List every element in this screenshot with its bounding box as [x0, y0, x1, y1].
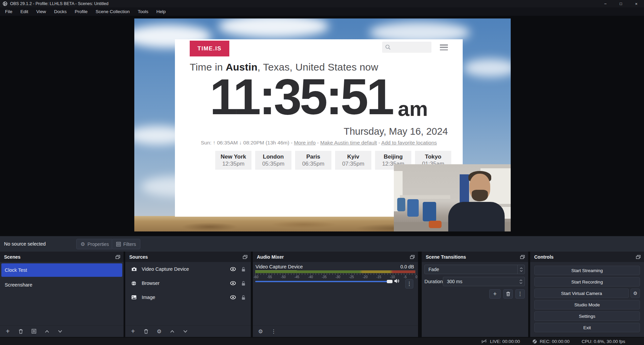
status-bar: LIVE: 00:00:00 REC: 00:00:00 CPU: 0.6%, … [0, 338, 644, 345]
add-source-button[interactable]: + [130, 328, 136, 335]
unlock-icon[interactable] [241, 281, 245, 286]
popout-icon[interactable] [410, 255, 415, 259]
menu-edit[interactable]: Edit [16, 7, 32, 16]
properties-button[interactable]: ⚙ Properties [76, 239, 113, 249]
kebab-icon: ⋮ [271, 328, 276, 335]
transitions-title: Scene Transitions [426, 254, 466, 260]
duration-spin-arrows[interactable] [517, 277, 524, 286]
program-preview[interactable]: TIME.IS Time in Austin, Texas, United St… [134, 18, 511, 231]
menu-scene-collection[interactable]: Scene Collection [92, 7, 134, 16]
move-source-up-button[interactable] [169, 330, 175, 333]
clock-meridiem: am [398, 98, 428, 119]
add-scene-button[interactable]: + [5, 328, 11, 335]
studio-mode-button[interactable]: Studio Mode [534, 300, 640, 309]
source-label: Video Capture Device [142, 266, 230, 272]
source-row-image[interactable]: Image [125, 290, 251, 304]
city-name: New York [221, 154, 246, 160]
unlock-icon[interactable] [241, 267, 245, 272]
menu-help[interactable]: Help [152, 7, 170, 16]
sources-toolbar: + ⚙ [125, 325, 251, 337]
add-transition-button[interactable]: + [489, 289, 501, 299]
maximize-button[interactable]: □ [613, 0, 629, 7]
eye-visible-icon[interactable] [230, 295, 236, 299]
kebab-icon: ⋮ [407, 281, 412, 287]
tick-label: -5 [404, 275, 407, 279]
city-name: Paris [306, 154, 320, 160]
sources-dock-header[interactable]: Sources [125, 252, 251, 262]
menu-tools[interactable]: Tools [134, 7, 152, 16]
duration-spinbox[interactable]: 300 ms [443, 277, 525, 286]
advanced-audio-button[interactable]: ⚙ [258, 328, 264, 335]
sun-times: Sun: ↑ 06:35AM ↓ 08:20PM (13h 46m) - [201, 140, 294, 145]
transition-select[interactable]: Fade [424, 265, 525, 274]
transitions-dock-header[interactable]: Scene Transitions [422, 252, 528, 262]
move-scene-down-button[interactable] [57, 330, 63, 333]
menu-bar: File Edit View Docks Profile Scene Colle… [0, 7, 644, 16]
controls-dock: Controls Start Streaming Start Recording… [530, 252, 644, 337]
city-name: Beijing [384, 154, 403, 160]
controls-dock-header[interactable]: Controls [530, 252, 644, 262]
mixer-menu-button[interactable]: ⋮ [271, 328, 277, 335]
meter-ticks [255, 273, 415, 275]
transition-select-arrows[interactable] [517, 265, 524, 274]
move-source-down-button[interactable] [182, 330, 188, 333]
popout-icon[interactable] [636, 255, 641, 259]
menu-view[interactable]: View [32, 7, 50, 16]
source-properties-button[interactable]: ⚙ [156, 328, 162, 335]
search-icon [385, 44, 391, 50]
chevron-down-icon [520, 270, 523, 272]
tick-label: -25 [349, 275, 354, 279]
menu-file[interactable]: File [1, 7, 16, 16]
tick-label: -60 [254, 275, 258, 279]
cpu-fps-stats: CPU: 0.6%, 30.00 fps [582, 339, 625, 344]
transition-options-button[interactable]: ⋮ [515, 289, 525, 299]
popout-icon[interactable] [243, 255, 247, 259]
audio-mixer-dock-header[interactable]: Audio Mixer [253, 252, 418, 262]
eye-visible-icon[interactable] [230, 281, 236, 285]
remove-transition-button[interactable] [503, 289, 513, 299]
source-row-video-capture[interactable]: Video Capture Device [125, 262, 251, 276]
window-title: OBS 29.1.2 - Profile: LLHLS BETA - Scene… [10, 1, 108, 6]
blue-banner [460, 174, 469, 205]
menu-profile[interactable]: Profile [71, 7, 92, 16]
source-row-browser[interactable]: Browser [125, 276, 251, 290]
hamburger-menu-icon [440, 44, 448, 50]
office-chair [397, 198, 405, 211]
controls-title: Controls [534, 254, 554, 260]
eye-visible-icon[interactable] [230, 267, 236, 271]
scene-item-screenshare[interactable]: Screenshare [1, 278, 122, 292]
chevron-up-icon [519, 279, 522, 281]
remove-scene-button[interactable] [18, 329, 24, 334]
popout-icon[interactable] [520, 255, 525, 259]
minimize-button[interactable]: − [598, 0, 613, 7]
dock-area: Scenes Clock Test Screenshare + [0, 252, 644, 338]
start-virtual-camera-button[interactable]: Start Virtual Camera [534, 289, 629, 298]
cloud [218, 18, 329, 38]
gear-icon: ⚙ [81, 242, 85, 247]
scene-item-clock-test[interactable]: Clock Test [1, 263, 122, 277]
mixer-options-button[interactable]: ⋮ [405, 279, 413, 289]
settings-button[interactable]: Settings [534, 311, 640, 321]
volume-slider[interactable] [255, 281, 392, 282]
chevron-up-icon [520, 267, 523, 269]
move-scene-up-button[interactable] [44, 330, 50, 333]
menu-docks[interactable]: Docks [50, 7, 71, 16]
duration-value: 300 ms [443, 279, 517, 284]
speaker-icon[interactable] [394, 278, 400, 284]
start-recording-button[interactable]: Start Recording [534, 277, 640, 287]
remove-source-button[interactable] [143, 329, 149, 334]
close-button[interactable]: × [629, 0, 644, 7]
volume-slider-handle[interactable] [387, 280, 393, 283]
unlock-icon[interactable] [241, 295, 245, 300]
virtual-camera-settings-button[interactable]: ⚙ [631, 289, 640, 298]
filters-button[interactable]: Filters [112, 239, 140, 249]
scenes-dock-header[interactable]: Scenes [0, 252, 124, 262]
tick-label: -55 [267, 275, 272, 279]
live-timer: LIVE: 00:00:00 [490, 339, 520, 344]
exit-button[interactable]: Exit [534, 323, 640, 332]
tick-label: -35 [322, 275, 326, 279]
popout-icon[interactable] [116, 255, 120, 259]
scene-filters-button[interactable] [31, 329, 37, 334]
obs-logo-icon [3, 1, 7, 6]
start-streaming-button[interactable]: Start Streaming [534, 266, 640, 275]
